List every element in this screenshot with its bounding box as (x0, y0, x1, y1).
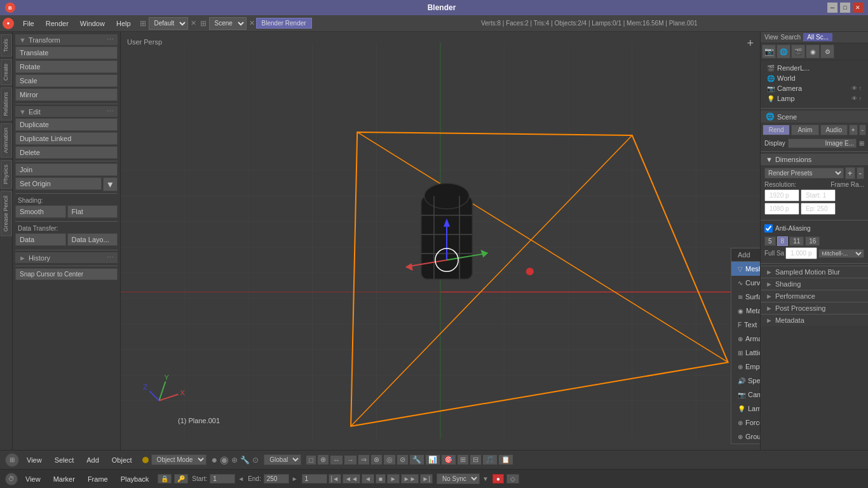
icon-2[interactable]: ⊕ (318, 455, 329, 464)
snap-icon[interactable]: 🔧 (240, 456, 250, 464)
ctx-speaker[interactable]: 🔊 Speaker (731, 374, 760, 388)
ctx-armature[interactable]: ⊕ Armature ▶ (731, 332, 760, 346)
object-menu[interactable]: Object (107, 455, 137, 465)
tl-icon[interactable]: ⏱ (5, 473, 18, 485)
view-menu[interactable]: View (22, 455, 47, 465)
key-icon[interactable]: 🔑 (174, 474, 188, 484)
icon-8[interactable]: ⊘ (397, 455, 408, 464)
tree-lamp[interactable]: 💡 Lamp 👁 ↑ (763, 93, 865, 104)
ctx-lattice[interactable]: ⊞ Lattice (731, 346, 760, 360)
ctx-metaball[interactable]: ◉ Metaball ▶ (731, 304, 760, 318)
start-val-input[interactable] (801, 189, 836, 201)
tl-marker[interactable]: Marker (48, 474, 80, 484)
ctx-surface[interactable]: ≋ Surface ▶ (731, 290, 760, 304)
start-input-tl[interactable] (210, 474, 235, 484)
window-menu[interactable]: Window (75, 18, 110, 29)
viewport[interactable]: User Persp + (121, 32, 760, 450)
mirror-button[interactable]: Mirror (15, 88, 118, 101)
proportional-icon[interactable]: ⊙ (252, 456, 259, 464)
layout-select[interactable]: Default (149, 17, 188, 30)
display-icon[interactable]: ⊞ (859, 140, 864, 147)
join-button[interactable]: Join (15, 163, 118, 176)
tab-animation[interactable]: Animation (1, 123, 12, 158)
ctx-text[interactable]: F Text (731, 318, 760, 332)
view-dot-icon[interactable]: ● (212, 454, 218, 466)
sample-16[interactable]: 16 (805, 236, 820, 246)
prev-frame-icon[interactable]: ◄ (238, 475, 244, 482)
delete-button[interactable]: Delete (15, 146, 118, 159)
edit-header[interactable]: ▼ Edit ⋯ (15, 106, 118, 117)
select-menu[interactable]: Select (50, 455, 79, 465)
anim-tab[interactable]: Anim (791, 125, 818, 135)
step-forward-btn[interactable]: ►► (401, 474, 419, 484)
dimensions-header[interactable]: ▼ Dimensions (761, 154, 868, 165)
filter-select[interactable]: Mitchell-... (818, 249, 864, 258)
scale-button[interactable]: Scale (15, 74, 118, 87)
rend-tab[interactable]: Rend (763, 125, 790, 135)
rotate-button[interactable]: Rotate (15, 60, 118, 73)
jump-start-btn[interactable]: |◄ (329, 474, 342, 484)
ctx-curve[interactable]: ∿ Curve ▶ (731, 276, 760, 290)
preset-remove-button[interactable]: - (857, 167, 864, 179)
display-value[interactable]: Image E... (788, 139, 857, 148)
ctx-group-instance[interactable]: ⊕ Group Instance ▶ (731, 430, 760, 444)
aa-checkbox[interactable] (764, 224, 773, 233)
transform-header[interactable]: ▼ Transform ⋯ (15, 34, 118, 45)
smooth-button[interactable]: Smooth (15, 205, 66, 218)
mode-select-sb[interactable]: Object Mode (151, 454, 207, 465)
audio-tab[interactable]: Audio (820, 125, 848, 135)
sample-11[interactable]: 11 (789, 236, 804, 246)
icon-3[interactable]: ↔ (330, 456, 342, 464)
translate-button[interactable]: Translate (15, 46, 118, 59)
ctx-force-field[interactable]: ⊕ Force Field ▶ (731, 416, 760, 430)
play-back-btn[interactable]: ◄ (362, 474, 374, 484)
rp-tab-material[interactable]: ◉ (806, 44, 820, 58)
rp-tab-camera[interactable]: 📷 (762, 44, 776, 58)
icon-4[interactable]: → (344, 456, 356, 464)
duplicate-button[interactable]: Duplicate (15, 118, 118, 131)
plus-button[interactable]: + (849, 125, 858, 135)
tab-tools[interactable]: Tools (1, 34, 12, 57)
sample-8[interactable]: 8 (777, 236, 789, 246)
jump-end-btn[interactable]: ►| (420, 474, 433, 484)
icon-9[interactable]: 🔧 (410, 455, 424, 464)
tree-world[interactable]: 🌐 World (763, 73, 865, 83)
flat-button[interactable]: Flat (67, 205, 118, 218)
stop-btn[interactable]: ■ (376, 474, 386, 484)
tree-camera[interactable]: 📷 Camera 👁 ↑ (763, 83, 865, 93)
data-layout-button[interactable]: Data Layo... (67, 233, 118, 246)
icon-15[interactable]: 📋 (499, 455, 513, 464)
sync-select[interactable]: No Sync (437, 473, 480, 484)
performance-header[interactable]: ► Performance (761, 290, 868, 302)
sync-arrow[interactable]: ▼ (482, 475, 489, 482)
maximize-button[interactable]: □ (840, 3, 850, 13)
lock-icon[interactable]: 🔒 (158, 474, 172, 484)
tl-view[interactable]: View (20, 474, 46, 484)
icon-10[interactable]: 📊 (426, 455, 440, 464)
next-frame-icon[interactable]: ► (292, 475, 298, 482)
shading-acc-header[interactable]: ► Shading (761, 278, 868, 290)
close-button[interactable]: ✕ (853, 3, 863, 13)
res-x-input[interactable] (764, 189, 799, 201)
tl-playback[interactable]: Playback (116, 474, 154, 484)
file-menu[interactable]: File (18, 18, 39, 29)
add-menu-btn[interactable]: Add (81, 455, 104, 465)
set-origin-button[interactable]: Set Origin (15, 177, 102, 190)
icon-11[interactable]: 🎯 (442, 455, 456, 464)
res-y-input[interactable] (764, 203, 799, 215)
tab-create[interactable]: Create (1, 59, 12, 85)
ctx-mesh[interactable]: ▽ Mesh ▶ (731, 262, 760, 276)
end-input-tl[interactable] (264, 474, 289, 484)
icon-12[interactable]: ⊞ (458, 455, 468, 464)
tree-renderl[interactable]: 🎬 RenderL... (763, 63, 865, 73)
ctx-empty[interactable]: ⊕ Empty ▶ (731, 360, 760, 374)
render-presets-select[interactable]: Render Presets (764, 168, 844, 179)
icon-1[interactable]: □ (306, 456, 316, 464)
render-menu[interactable]: Render (41, 18, 74, 29)
icon-5[interactable]: ⇒ (358, 455, 369, 464)
rp-tab-world[interactable]: 🌐 (776, 44, 790, 58)
tab-grease-pencil[interactable]: Grease Pencil (1, 191, 12, 236)
post-processing-header[interactable]: ► Post Processing (761, 302, 868, 314)
rp-tab-render[interactable]: 🎬 (791, 44, 805, 58)
current-frame-input[interactable] (302, 474, 327, 484)
